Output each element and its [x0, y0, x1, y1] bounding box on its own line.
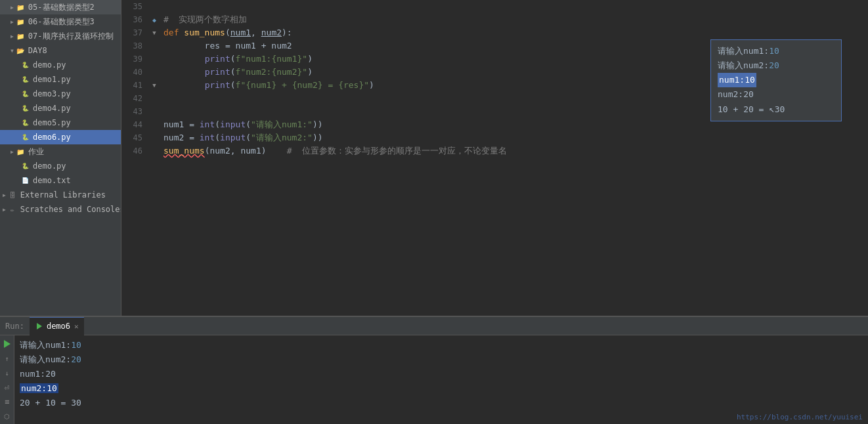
line-gutter — [148, 105, 161, 118]
arrow-icon: ▶ — [3, 192, 6, 198]
run-icon — [35, 322, 44, 331]
sidebar-label: demo1.py — [33, 75, 71, 84]
line-gutter — [148, 39, 161, 53]
arrow-icon: ▶ — [11, 19, 14, 25]
sidebar-item-external-libs[interactable]: ▶ 🗄 External Libraries — [0, 188, 121, 202]
output-line-3: num1:20 — [20, 367, 731, 381]
line-code: def sum_nums(num1, num2): — [161, 26, 868, 39]
code-editor[interactable]: 35 36 ◆ # 实现两个数字相加 37 ▼ def sum_nums(num… — [121, 0, 868, 316]
txt-icon: 📄 — [20, 175, 30, 186]
sidebar-item-scratches[interactable]: ▶ ✏ Scratches and Consoles — [0, 202, 121, 217]
line-number: 44 — [121, 118, 148, 131]
code-line-37: 37 ▼ def sum_nums(num1, num2): — [121, 26, 868, 39]
panel-tabs: Run: demo6 ✕ — [0, 317, 868, 335]
sidebar-item-folder1[interactable]: ▶ 📁 05-基础数据类型2 — [0, 0, 121, 14]
line-gutter: ▼ — [148, 26, 161, 39]
sidebar-label: DAY8 — [28, 46, 47, 55]
line-gutter — [148, 131, 161, 144]
tooltip-line2: 请输入num2:20 — [718, 58, 835, 73]
tooltip-line4: num2:20 — [718, 87, 835, 102]
folder-icon: 📁 — [15, 2, 26, 12]
py-icon: 🐍 — [20, 89, 30, 99]
line-gutter: ◆ — [148, 13, 161, 26]
play-icon — [4, 340, 11, 348]
sidebar-label: 05-基础数据类型2 — [28, 2, 95, 13]
line-gutter — [148, 66, 161, 79]
sidebar-label: demo6.py — [33, 133, 71, 142]
line-gutter — [148, 144, 161, 158]
line-number: 45 — [121, 131, 148, 144]
tooltip-line1: 请输入num1:10 — [718, 44, 835, 58]
arrow-icon: ▶ — [3, 207, 6, 213]
arrow-icon: ▶ — [11, 5, 14, 11]
tooltip-line5: 10 + 20 = ↖30 — [718, 102, 835, 117]
line-gutter — [148, 92, 161, 105]
sidebar-label: 作业 — [28, 146, 44, 158]
close-button[interactable]: ⬡ — [1, 410, 13, 422]
sidebar-label: demo.txt — [33, 176, 71, 185]
line-number: 36 — [121, 13, 148, 26]
output-line-4: num2:10 — [20, 381, 731, 396]
code-line-36: 36 ◆ # 实现两个数字相加 — [121, 13, 868, 26]
cursor-icon: ↖ — [769, 104, 774, 114]
sidebar-label: demo.py — [33, 161, 66, 171]
line-gutter — [148, 118, 161, 131]
line-number: 37 — [121, 26, 148, 39]
panel-tab-label: demo6 — [47, 322, 70, 331]
output-line-1: 请输入num1:10 — [20, 338, 731, 352]
sidebar-label: 07-顺序执行及循环控制 — [28, 31, 114, 42]
line-number: 43 — [121, 105, 148, 118]
watermark: https://blog.csdn.net/yuuisei — [737, 413, 863, 421]
panel-right: https://blog.csdn.net/yuuisei — [737, 335, 868, 424]
sidebar-item-hw-demo[interactable]: 🐍 demo.py — [0, 159, 121, 173]
run-button[interactable] — [1, 338, 13, 350]
code-line-46: 46 sum_nums(num2, num1) # 位置参数：实参与形参的顺序是… — [121, 144, 868, 158]
wrap-button[interactable]: ⏎ — [1, 381, 13, 393]
line-code — [161, 0, 868, 13]
sidebar-item-demo5[interactable]: 🐍 demo5.py — [0, 116, 121, 130]
line-number: 35 — [121, 0, 148, 13]
output-val-1: 10 — [71, 340, 81, 350]
settings-button[interactable]: ≡ — [1, 396, 13, 408]
sidebar-item-demo4[interactable]: 🐍 demo4.py — [0, 101, 121, 116]
sidebar-item-homework[interactable]: ▶ 📁 作业 — [0, 144, 121, 159]
stop-button[interactable]: ↑ — [1, 352, 13, 364]
arrow-icon: ▼ — [11, 48, 14, 54]
sidebar-label: Scratches and Consoles — [20, 205, 121, 214]
sidebar-item-hw-txt[interactable]: 📄 demo.txt — [0, 173, 121, 188]
arrow-icon: ▶ — [11, 33, 14, 39]
sidebar-item-folder3[interactable]: ▶ 📁 07-顺序执行及循环控制 — [0, 29, 121, 43]
panel-content: ↑ ↓ ⏎ ≡ ⬡ 请输入num1:10 请输入num2:20 num1:20 … — [0, 335, 868, 424]
sidebar-label: External Libraries — [20, 190, 106, 200]
py-icon: 🐍 — [20, 117, 30, 128]
output-line-5: 20 + 10 = 30 — [20, 396, 731, 410]
sidebar-item-demo6[interactable]: 🐍 demo6.py — [0, 130, 121, 144]
sidebar-item-folder2[interactable]: ▶ 📁 06-基础数据类型3 — [0, 14, 121, 29]
sidebar: ▶ 📁 05-基础数据类型2 ▶ 📁 06-基础数据类型3 ▶ 📁 07-顺序执… — [0, 0, 121, 316]
sidebar-item-demo[interactable]: 🐍 demo.py — [0, 58, 121, 72]
output-highlighted-4: num2:10 — [20, 383, 58, 393]
folder-icon: 📂 — [15, 45, 26, 56]
sidebar-label: demo4.py — [33, 104, 71, 113]
sidebar-item-demo1[interactable]: 🐍 demo1.py — [0, 72, 121, 87]
panel-output: 请输入num1:10 请输入num2:20 num1:20 num2:10 20… — [14, 335, 737, 424]
py-icon: 🐍 — [20, 60, 30, 70]
sidebar-label: 06-基础数据类型3 — [28, 16, 95, 28]
py-icon: 🐍 — [20, 103, 30, 114]
code-tooltip: 请输入num1:10 请输入num2:20 num1:10 num2:20 10… — [710, 39, 842, 121]
line-number: 40 — [121, 66, 148, 79]
sidebar-item-demo3[interactable]: 🐍 demo3.py — [0, 87, 121, 101]
line-gutter — [148, 0, 161, 13]
panel-tab-demo6[interactable]: demo6 ✕ — [30, 317, 84, 335]
output-val-2: 20 — [71, 354, 81, 364]
bottom-panel: Run: demo6 ✕ ↑ ↓ ⏎ ≡ ⬡ 请输入num1:10 请输入num… — [0, 316, 868, 424]
folder-icon: 📁 — [15, 31, 26, 41]
tooltip-line3: num1:10 — [718, 73, 835, 87]
arrow-icon: ▶ — [11, 149, 14, 155]
sidebar-item-day8[interactable]: ▼ 📂 DAY8 — [0, 43, 121, 58]
line-code: num2 = int(input("请输入num2:")) — [161, 131, 868, 144]
sidebar-label: demo.py — [33, 60, 66, 70]
scroll-up-button[interactable]: ↓ — [1, 367, 13, 379]
tab-close-icon[interactable]: ✕ — [74, 322, 79, 331]
scratch-icon: ✏ — [7, 204, 18, 215]
